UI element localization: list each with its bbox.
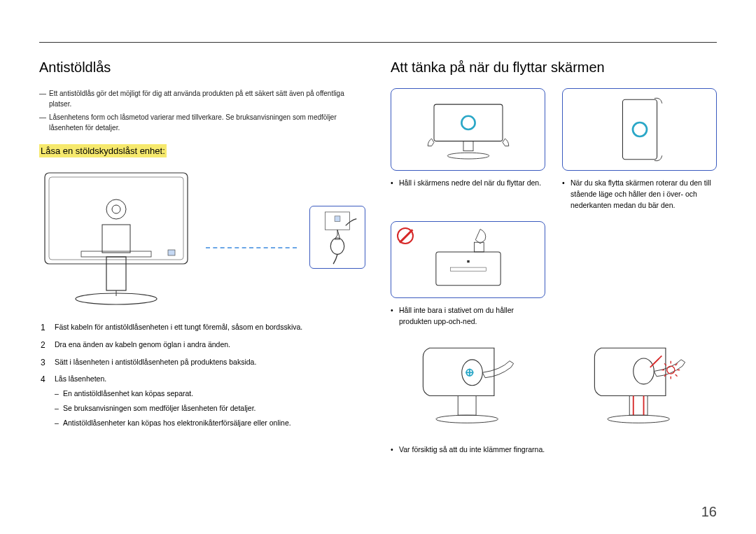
top-rule [39, 42, 717, 43]
step-4-sublist: En antistöldlåsenhet kan köpas separat. … [55, 388, 365, 428]
svg-rect-13 [434, 104, 503, 141]
left-subheading: Låsa en stöldskyddslåst enhet: [39, 144, 167, 157]
tile-pinch-1 [391, 338, 545, 429]
prohibit-icon [397, 227, 414, 244]
tile1-caption: Håll i skärmens nedre del när du flyttar… [391, 178, 545, 189]
svg-rect-27 [458, 395, 476, 415]
svg-rect-20 [435, 252, 500, 286]
svg-rect-41 [629, 395, 648, 415]
svg-rect-11 [335, 216, 340, 222]
right-heading: Att tänka på när du flyttar skärmen [391, 59, 717, 76]
svg-point-2 [106, 199, 126, 219]
tile2-caption: När du ska flytta skärmen roterar du den… [562, 178, 717, 211]
tile-row-1: Håll i skärmens nedre del när du flyttar… [391, 88, 717, 213]
svg-point-28 [435, 415, 498, 423]
svg-point-12 [330, 238, 344, 254]
tile-hold-bottom [391, 88, 545, 171]
sub-2: Se bruksanvisningen som medföljer låsenh… [55, 402, 365, 414]
svg-rect-7 [106, 257, 126, 290]
svg-rect-0 [45, 173, 188, 264]
hold-bottom-svg [419, 94, 517, 164]
right-column: Att tänka på när du flyttar skärmen Håll… [391, 59, 717, 458]
step-3: Sätt i låsenheten i antistöldlåsenheten … [39, 356, 365, 368]
svg-rect-21 [467, 260, 469, 262]
tile-pinch-2 [562, 338, 717, 429]
step-1: Fäst kabeln för antistöldlåsenheten i et… [39, 321, 365, 333]
connection-line [206, 247, 297, 248]
sub-1: En antistöldlåsenhet kan köpas separat. [55, 388, 365, 400]
left-heading: Antistöldlås [39, 59, 365, 76]
svg-line-31 [652, 356, 662, 365]
svg-rect-17 [622, 99, 657, 159]
svg-rect-1 [49, 177, 183, 260]
svg-rect-4 [102, 225, 130, 253]
tile-row-2: Håll inte bara i stativet om du håller p… [391, 221, 717, 330]
left-note-1: Ett antistöldlås gör det möjligt för dig… [49, 88, 365, 109]
svg-line-38 [675, 374, 677, 377]
monitor-back-svg [39, 167, 193, 307]
upside-down-svg [419, 227, 517, 293]
tile4-caption: Var försiktig så att du inte klämmer fin… [391, 444, 717, 456]
svg-rect-15 [463, 141, 473, 151]
steps-list: Fäst kabeln för antistöldlåsenheten i et… [39, 321, 365, 429]
lock-svg [310, 206, 365, 268]
tile-no-stand-hold [391, 221, 545, 298]
left-note-2: Låsenhetens form och låsmetod varierar m… [49, 112, 365, 133]
tile-row-3 [391, 338, 717, 436]
pinch2-svg [587, 342, 692, 426]
monitor-back-illustration [39, 167, 193, 307]
left-column: Antistöldlås Ett antistöldlås gör det mö… [39, 59, 365, 458]
lock-diagram [39, 167, 365, 307]
pinch1-svg [416, 342, 521, 426]
columns: Antistöldlås Ett antistöldlås gör det mö… [39, 59, 717, 458]
step-2: Dra ena änden av kabeln genom öglan i an… [39, 339, 365, 351]
svg-point-3 [112, 205, 120, 213]
lock-closeup-illustration [309, 206, 365, 269]
svg-point-44 [607, 415, 669, 423]
sub-3: Antistöldlåsenheter kan köpas hos elektr… [55, 417, 365, 429]
tile-rotate-portrait [562, 88, 717, 171]
svg-point-18 [633, 122, 647, 136]
svg-point-16 [447, 153, 489, 159]
tile3-caption: Håll inte bara i stativet om du håller p… [391, 305, 545, 328]
svg-rect-6 [168, 250, 175, 255]
svg-rect-22 [450, 267, 486, 271]
svg-point-14 [461, 116, 475, 129]
svg-rect-19 [474, 242, 484, 252]
page-number: 16 [701, 504, 717, 520]
svg-point-29 [633, 358, 654, 384]
svg-rect-5 [81, 251, 151, 257]
portrait-svg [605, 94, 675, 164]
step-4: Lås låsenheten. En antistöldlåsenhet kan… [39, 373, 365, 428]
